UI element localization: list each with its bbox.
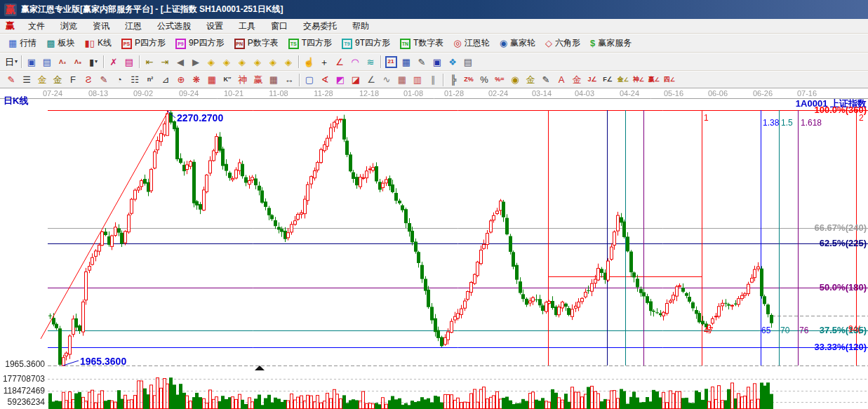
button-gann-wheel[interactable]: ◎江恩轮 xyxy=(448,36,494,51)
tool-scribble-tool[interactable]: ≋ xyxy=(363,55,378,69)
tool-time-cycle[interactable]: ◔ xyxy=(112,73,127,87)
tool-j-angle[interactable]: J∠ xyxy=(585,73,600,87)
tool-win-lines[interactable]: 赢 xyxy=(251,73,266,87)
tool-a-split[interactable]: A xyxy=(554,73,569,87)
tool-width-measure[interactable]: ↔ xyxy=(281,73,297,87)
tool-info-board[interactable]: ▤ xyxy=(39,55,55,69)
button-9p-square[interactable]: P99P四方形 xyxy=(171,36,229,51)
tool-percent[interactable]: % xyxy=(476,73,492,87)
button-winner-service[interactable]: $赢家服务 xyxy=(585,36,636,51)
tool-k-tool[interactable]: K″ xyxy=(220,73,235,87)
tool-compress-all[interactable]: ◈ xyxy=(281,55,296,69)
tool-gold-hlines-2[interactable]: 金 xyxy=(50,73,65,87)
menu-item-1[interactable]: 浏览 xyxy=(53,19,85,34)
tool-wave-3[interactable]: Λ₃ xyxy=(55,55,70,69)
button-p-square[interactable]: PSP四方形 xyxy=(116,36,171,51)
tool-angle-tool[interactable]: ∠ xyxy=(332,55,347,69)
tool-first-page[interactable]: ⇤ xyxy=(142,55,157,69)
tool-compress-h[interactable]: ◈ xyxy=(250,55,265,69)
tool-mirror-angle[interactable]: ⊿ xyxy=(158,73,173,87)
tool-arch-tool[interactable]: ◠ xyxy=(347,55,363,69)
menu-item-8[interactable]: 交易委托 xyxy=(295,19,345,34)
tool-grid-red[interactable]: ▥ xyxy=(410,73,425,87)
tool-gann-circle[interactable]: ⊕ xyxy=(173,73,189,87)
tool-gold-hlines[interactable]: 金 xyxy=(34,73,50,87)
tool-gold-line-tool[interactable]: 金 xyxy=(523,73,538,87)
menu-item-2[interactable]: 资讯 xyxy=(85,19,117,34)
tool-period-day[interactable]: 日▾ xyxy=(4,55,19,69)
tool-grid-box-red[interactable]: ▦ xyxy=(204,73,220,87)
tool-zone-select[interactable]: ▣ xyxy=(24,55,39,69)
tool-percent-z[interactable]: Z% xyxy=(461,73,476,87)
menu-item-3[interactable]: 江恩 xyxy=(117,19,149,34)
menu-item-9[interactable]: 帮助 xyxy=(345,19,377,34)
menu-item-5[interactable]: 设置 xyxy=(199,19,231,34)
button-label: K线 xyxy=(98,37,112,49)
tool-percent-lines[interactable]: %= xyxy=(492,73,507,87)
tool-win-angle[interactable]: 赢∠ xyxy=(646,73,662,87)
tool-gold-angle[interactable]: 金∠ xyxy=(615,73,631,87)
button-hexagon[interactable]: ◇六角形 xyxy=(540,36,585,51)
tool-color-levels[interactable]: ▤ xyxy=(121,55,137,69)
menu-item-0[interactable]: 文件 xyxy=(20,19,53,34)
button-t-number-table[interactable]: TNT数字表 xyxy=(395,36,448,51)
tool-n-square[interactable]: n² xyxy=(142,73,158,87)
tool-print[interactable]: ▤ xyxy=(460,55,476,69)
tool-crosshair[interactable]: ＋ xyxy=(316,55,332,69)
button-winner-wheel[interactable]: ◉赢家轮 xyxy=(495,36,540,51)
tool-price-ruler[interactable]: ╠ xyxy=(446,73,461,87)
tool-gann-hlines[interactable]: ☰ xyxy=(19,73,34,87)
tool-candle-style[interactable]: ▮▾ xyxy=(86,55,101,69)
button-kline[interactable]: ▮▯K线 xyxy=(80,36,116,51)
tool-line-group[interactable]: ☷ xyxy=(127,73,142,87)
tool-fan-lines[interactable]: ∢ xyxy=(317,73,333,87)
tool-zigzag[interactable]: ∿ xyxy=(379,73,394,87)
tool-save[interactable]: ▣ xyxy=(429,55,445,69)
tool-wave-9[interactable]: Λ₉ xyxy=(70,55,86,69)
tool-gold-circle[interactable]: ◉ xyxy=(507,73,523,87)
tool-f-angle[interactable]: F∠ xyxy=(600,73,615,87)
menu-item-4[interactable]: 公式选股 xyxy=(149,19,199,34)
tool-net-tools[interactable]: ❖ xyxy=(445,55,460,69)
button-market-quotes[interactable]: ▦行情 xyxy=(4,36,41,51)
tool-f-lines[interactable]: F xyxy=(65,73,81,87)
tool-prev-page[interactable]: ◀ xyxy=(173,55,188,69)
tool-fan-box[interactable]: ◩ xyxy=(333,73,348,87)
tool-fan-box-2[interactable]: ◪ xyxy=(348,73,363,87)
tool-spider-web[interactable]: ❋ xyxy=(189,73,204,87)
gann-wheel-icon: ◎ xyxy=(453,39,461,48)
tool-expand-h[interactable]: ◈ xyxy=(234,55,250,69)
tool-expand-all[interactable]: ◈ xyxy=(265,55,281,69)
button-t-square[interactable]: TST四方形 xyxy=(283,36,337,51)
tool-calculator[interactable]: ▦ xyxy=(399,55,414,69)
tool-number-grid[interactable]: ▦ xyxy=(266,73,281,87)
tool-drag-hand[interactable]: ☝ xyxy=(301,55,316,69)
menu-item-6[interactable]: 工具 xyxy=(231,19,263,34)
menu-item-7[interactable]: 窗口 xyxy=(263,19,295,34)
tool-draw-pencil-2[interactable]: ✎ xyxy=(96,73,112,87)
tool-parallel-lines[interactable]: ∥ xyxy=(425,73,441,87)
tool-four-angle[interactable]: 四∠ xyxy=(662,73,677,87)
button-9t-square[interactable]: T99T四方形 xyxy=(337,36,395,51)
button-p-number-table[interactable]: PNP数字表 xyxy=(229,36,283,51)
tool-clear-drawings[interactable]: ✗ xyxy=(106,55,121,69)
tool-draw-pencil[interactable]: ✎ xyxy=(4,73,19,87)
tool-calendar[interactable]: 21 xyxy=(383,55,399,69)
tool-grid-red-gray[interactable]: ▦ xyxy=(394,73,410,87)
tool-brush[interactable]: ✎ xyxy=(538,73,554,87)
tool-zoom-left[interactable]: ◈ xyxy=(203,55,219,69)
tool-zoom-right[interactable]: ◈ xyxy=(219,55,234,69)
menu-bar: 赢 文件浏览资讯江恩公式选股设置工具窗口交易委托帮助 xyxy=(0,19,868,34)
tool-shen-lines[interactable]: 神 xyxy=(235,73,251,87)
price-volume-chart-canvas[interactable] xyxy=(0,88,868,409)
hexagon-icon: ◇ xyxy=(545,39,552,48)
tool-trend-angle[interactable]: ∠ xyxy=(363,73,379,87)
tool-next-page[interactable]: ▶ xyxy=(188,55,203,69)
tool-shen-angle[interactable]: 神∠ xyxy=(631,73,646,87)
tool-spiral[interactable]: Ƨ xyxy=(81,73,96,87)
tool-last-page[interactable]: ⇥ xyxy=(157,55,173,69)
tool-select-box[interactable]: ▢ xyxy=(302,73,317,87)
button-sectors[interactable]: ▩板块 xyxy=(41,36,79,51)
tool-gold-underline[interactable]: 金 xyxy=(569,73,585,87)
tool-notes[interactable]: ✎ xyxy=(414,55,429,69)
